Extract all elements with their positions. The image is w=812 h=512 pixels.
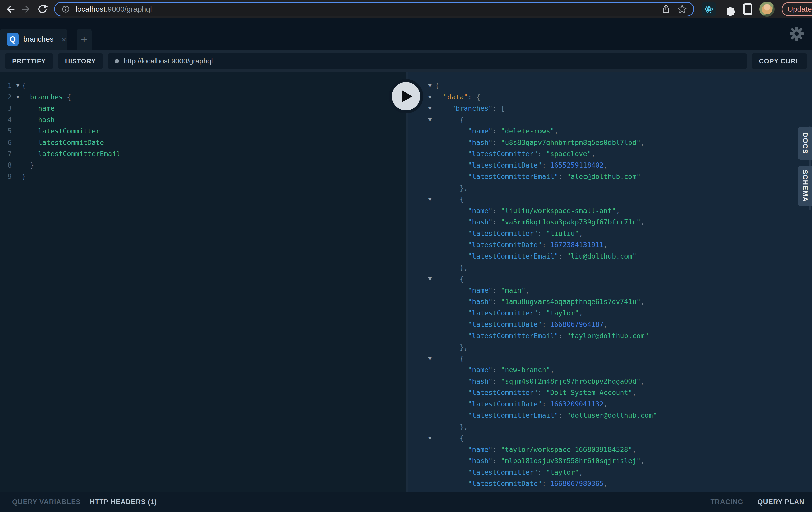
- share-icon[interactable]: [660, 3, 672, 15]
- code-token: {: [460, 355, 464, 362]
- response-code-line: "name": "main",: [408, 284, 812, 296]
- response-code-line: "latestCommitDate": 1655259118402,: [408, 159, 812, 171]
- endpoint-input[interactable]: http://localhost:9000/graphql: [108, 53, 747, 69]
- forward-button[interactable]: [20, 3, 32, 15]
- code-text: {: [435, 273, 812, 284]
- code-text: "latestCommitter": "taylor",: [435, 466, 812, 478]
- execute-query-button[interactable]: [389, 79, 423, 114]
- fold-arrow-icon[interactable]: ▼: [14, 91, 22, 102]
- http-headers-tab[interactable]: HTTP HEADERS (1): [90, 498, 157, 506]
- tracing-tab[interactable]: TRACING: [710, 498, 743, 506]
- code-token: "latestCommitterEmail": [468, 173, 558, 180]
- bookmark-star-icon[interactable]: [676, 3, 688, 15]
- url-path: :9000/graphql: [106, 5, 152, 13]
- response-code-line: "name": "delete-rows",: [408, 125, 812, 137]
- code-token: "doltuser@dolthub.com": [567, 412, 657, 419]
- code-token: 1668067980365: [550, 480, 604, 487]
- fold-gutter: [14, 125, 22, 137]
- code-text: "hash": "sqjm4s0f2m48rjc97hr6cbpv2hqga00…: [435, 375, 812, 387]
- code-token: "va5rm6kqt1osu3pakp739gf67bfrr71c": [501, 218, 641, 226]
- response-code-line: "hash": "va5rm6kqt1osu3pakp739gf67bfrr71…: [408, 216, 812, 228]
- collapse-arrow-icon[interactable]: ▼: [408, 114, 435, 125]
- react-devtools-extension-icon[interactable]: [702, 2, 716, 16]
- line-number: 8: [0, 159, 14, 171]
- code-token: ,: [632, 446, 636, 453]
- code-token: ,: [641, 457, 645, 465]
- side-panel-icon[interactable]: [743, 3, 752, 15]
- editor-code-line: 6latestCommitDate: [0, 137, 406, 148]
- code-token: :: [493, 127, 501, 135]
- collapse-arrow-icon[interactable]: ▼: [408, 193, 435, 205]
- extensions-puzzle-icon[interactable]: [723, 2, 736, 16]
- docs-side-tab[interactable]: DOCS: [798, 127, 812, 160]
- line-number: 3: [0, 102, 14, 114]
- fold-arrow-icon[interactable]: ▼: [14, 80, 22, 91]
- back-button[interactable]: [4, 3, 16, 15]
- fold-gutter: [14, 171, 22, 182]
- address-bar[interactable]: localhost:9000/graphql: [54, 2, 694, 17]
- code-token: {: [435, 82, 439, 89]
- schema-side-tab[interactable]: SCHEMA: [798, 166, 812, 206]
- code-token: "1amu8ugvars4oqaapthnqe61s7dv741u": [501, 298, 641, 305]
- code-token: :: [558, 252, 567, 260]
- collapse-gutter: [408, 148, 435, 159]
- collapse-gutter: [408, 444, 435, 455]
- history-button[interactable]: HISTORY: [58, 53, 103, 69]
- code-token: "name": [468, 207, 493, 215]
- query-plan-tab[interactable]: QUERY PLAN: [757, 498, 805, 506]
- collapse-arrow-icon[interactable]: ▼: [408, 353, 435, 364]
- code-token: ,: [604, 400, 608, 408]
- code-text: "latestCommitterEmail": "doltuser@dolthu…: [435, 410, 812, 421]
- code-token: ,: [632, 389, 636, 396]
- site-info-icon[interactable]: [60, 4, 71, 14]
- url-text[interactable]: localhost:9000/graphql: [76, 5, 152, 13]
- code-token: ,: [641, 139, 645, 146]
- tab-close-icon[interactable]: ×: [61, 35, 66, 44]
- response-viewer: ▼{▼"data": {▼"branches": [▼{"name": "del…: [406, 72, 812, 492]
- response-code-line: "name": "taylor/workspace-1668039184528"…: [408, 444, 812, 455]
- code-text: "latestCommitDate": 1663209041132,: [435, 398, 812, 410]
- response-code-line: "latestCommitDate": 1663209041132,: [408, 398, 812, 410]
- code-token: ,: [579, 309, 583, 317]
- code-text: "name": "liuliu/workspace-small-ant",: [435, 205, 812, 216]
- code-token: {: [460, 195, 464, 203]
- tab-branches[interactable]: Q branches ×: [0, 29, 67, 50]
- code-token: :: [538, 150, 546, 158]
- code-token: "taylor": [546, 309, 579, 317]
- code-token: "name": [468, 286, 493, 294]
- settings-gear-icon[interactable]: [789, 27, 804, 41]
- response-code-line: ▼{: [408, 193, 812, 205]
- query-editor[interactable]: 1▼{2▼branches {3name4hash5latestCommitte…: [0, 72, 406, 492]
- code-token: :: [538, 389, 546, 396]
- code-text: {: [435, 80, 812, 91]
- code-token: :: [493, 207, 501, 215]
- response-code-line: },: [408, 182, 812, 193]
- copy-curl-button[interactable]: COPY CURL: [752, 53, 807, 69]
- prettify-button[interactable]: PRETTIFY: [5, 53, 53, 69]
- new-tab-button[interactable]: +: [77, 29, 91, 50]
- code-token: :: [493, 377, 501, 385]
- query-variables-tab[interactable]: QUERY VARIABLES: [12, 498, 81, 506]
- response-code-line: "hash": "1amu8ugvars4oqaapthnqe61s7dv741…: [408, 296, 812, 307]
- code-token: :: [493, 298, 501, 305]
- code-token: "hash": [468, 218, 493, 226]
- collapse-gutter: [408, 284, 435, 296]
- code-text: "name": "main",: [435, 284, 812, 296]
- response-code-line: "latestCommitDate": 1668067980365,: [408, 478, 812, 489]
- code-token: :: [542, 241, 550, 249]
- line-number: 1: [0, 80, 14, 91]
- reload-button[interactable]: [36, 3, 49, 15]
- code-token: "mlpol81osjuv38m558hr6i0sqjrislej": [501, 457, 641, 465]
- chrome-update-button[interactable]: Update: [782, 2, 812, 16]
- line-number: 7: [0, 148, 14, 159]
- response-code-line: ▼{: [408, 353, 812, 364]
- response-code-line: ▼{: [408, 114, 812, 125]
- code-token: },: [460, 184, 468, 192]
- profile-avatar[interactable]: [759, 1, 775, 17]
- collapse-gutter: [408, 375, 435, 387]
- collapse-arrow-icon[interactable]: ▼: [408, 432, 435, 444]
- code-token: :: [542, 161, 550, 169]
- collapse-arrow-icon[interactable]: ▼: [408, 273, 435, 284]
- code-token: latestCommitDate: [38, 139, 104, 146]
- code-token: ,: [641, 377, 645, 385]
